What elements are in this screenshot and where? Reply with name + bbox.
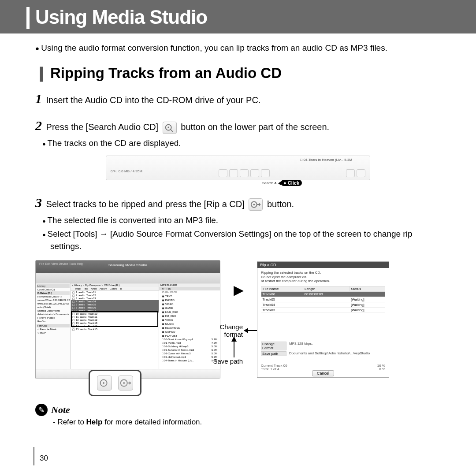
device-file: □ 02-Solsbury Hill.mp35.0M <box>159 345 220 348</box>
mini-button <box>357 169 365 177</box>
step-2: 2 Press the [Search Audio CD] button on … <box>35 115 441 135</box>
svg-point-8 <box>123 382 125 384</box>
device-capacity: 25.9M / 239.5M <box>159 290 220 294</box>
rip-progress-table: File NameLengthStatus Track0600:00:00:03… <box>261 286 385 313</box>
step-number-2: 2 <box>35 118 42 133</box>
dialog-title: Rip a CD <box>257 262 389 268</box>
device-file: □ 03-Sultans Of Swing.mp36.0M <box>159 348 220 352</box>
page-content: Using the audio format conversion functi… <box>0 33 476 427</box>
track-row: ☐11audioTrack11 <box>71 316 159 319</box>
mini-button <box>240 169 249 177</box>
app-sidebar: Library Local Disk (C:)D-Drive (D:)Remov… <box>36 283 71 369</box>
toolbar-screenshot: □ 04-Tears in Heaven (Liv... 5.3M 0/4 | … <box>106 156 370 180</box>
zoom-callout <box>89 370 141 396</box>
chapter-title: Using Media Studio <box>35 6 463 28</box>
svg-point-4 <box>253 204 255 205</box>
app-toolbar <box>36 273 220 283</box>
step-3-pre: Select tracks to be ripped and press the… <box>46 199 245 209</box>
toolbar-file-name: □ 04-Tears in Heaven (Liv... 5.3M <box>300 158 352 162</box>
track-list-pane: • Library > My Computer > CD Drive (E:) … <box>71 283 159 369</box>
track-row: ☐2audioTrack02 <box>71 294 159 297</box>
mini-button <box>219 169 227 177</box>
chapter-header: Using Media Studio <box>0 0 476 33</box>
svg-marker-12 <box>231 336 237 342</box>
sidebar-item: Shared Documents <box>37 309 70 312</box>
search-cd-button-zoom <box>97 376 112 390</box>
toolbar-right-buttons <box>346 169 365 177</box>
mini-button <box>229 169 238 177</box>
device-info: YP-T55 <box>159 287 220 290</box>
app-menubar: File Edit View Device Tools Help <box>39 262 83 265</box>
device-file: □ 05-Don't Know Why.mp35.3M <box>159 338 220 341</box>
step-2-bullet: The tracks on the CD are displayed. <box>50 137 441 149</box>
playlist-item: ○ MOP <box>37 331 70 335</box>
sidebar-playlist-header: PlayList <box>37 324 70 327</box>
rip-row: Track04[Waiting] <box>261 302 385 307</box>
section-pipe-icon: ❙ <box>35 65 48 81</box>
step-2-pre: Press the [Search Audio CD] <box>46 122 159 132</box>
step-number-3: 3 <box>35 195 42 210</box>
dialog-message: Ripping the selected tracks on the CD. D… <box>257 268 389 284</box>
header-accent-bar <box>26 7 30 29</box>
save-path-arrow-icon <box>229 336 239 358</box>
track-row: ☐5audioTrack05 <box>71 303 159 306</box>
device-folder: ▣ VIDEO <box>159 302 220 306</box>
track-row: ☐14audioTrack14 <box>71 325 159 328</box>
rip-row: Track03[Waiting] <box>261 307 385 312</box>
svg-line-2 <box>171 129 173 132</box>
device-folder: ▣ VOICE <box>159 318 220 322</box>
device-file: □ 03-Come with Me.mp35.0M <box>159 352 220 355</box>
track-row: ☐13audioTrack13 <box>71 322 159 325</box>
sidebar-item: onbo(Total) <box>37 305 70 309</box>
step-2-post: button on the lower part of the screen. <box>181 122 329 132</box>
step-1-text: Insert the Audio CD into the CD-ROM driv… <box>46 95 261 105</box>
step-3-bullet-2: Select [Tools] → [Audio Source Format Co… <box>50 228 441 252</box>
cancel-button[interactable]: Cancel <box>312 370 334 376</box>
device-folder: ▣ PHOTO <box>159 298 220 302</box>
mini-button <box>250 169 259 177</box>
svg-marker-10 <box>244 328 248 333</box>
device-folder: ▣ GAME <box>159 306 220 310</box>
sidebar-item: Re-Bin <box>37 320 70 323</box>
track-row: ☐15audioTrack15 <box>71 328 159 331</box>
section-heading: ❙Ripping Tracks from an Audio CD <box>35 64 441 82</box>
change-format-value: MP3.128 kbps. <box>289 342 312 350</box>
section-title-text: Ripping Tracks from an Audio CD <box>50 65 282 81</box>
search-audio-label: Search A <box>262 181 276 185</box>
rip-options: Change Format MP3.128 kbps. Save path Do… <box>261 342 385 357</box>
app-titlebar: File Edit View Device Tools Help Samsung… <box>36 260 220 273</box>
svg-point-6 <box>103 382 104 384</box>
rip-row: Track05[Waiting] <box>261 297 385 302</box>
step-number-1: 1 <box>35 91 42 106</box>
track-row: ☐3audioTrack03 <box>71 297 159 300</box>
step-1: 1 Insert the Audio CD into the CD-ROM dr… <box>35 89 441 108</box>
device-folder: ▣ FM_REC <box>159 314 220 318</box>
track-row: ☐12audioTrack12 <box>71 319 159 322</box>
intro-bullet: Using the audio format conversion functi… <box>41 43 441 53</box>
save-path-button-label: Save path <box>261 351 286 356</box>
toolbar-center-buttons <box>219 169 270 177</box>
step-3-bullet-1: The selected file is converted into an M… <box>50 214 441 227</box>
change-format-button-label: Change Format <box>261 342 286 350</box>
device-file: □ 01-Politik.mp37.3M <box>159 341 220 345</box>
toolbar-left-info: 0/4 | 0.0 MB / 4.95M <box>111 169 142 177</box>
search-audio-cd-icon <box>163 122 177 134</box>
sidebar-library-header: Library <box>37 284 70 288</box>
note-heading: ✎ Note <box>35 404 441 416</box>
flow-arrow-icon: ▶ <box>234 282 244 298</box>
svg-point-1 <box>167 126 169 128</box>
sidebar-item: serverCD on 126.240.29.67 (Y:) <box>37 298 70 302</box>
note-line: - Refer to Help for more detailed inform… <box>53 418 441 427</box>
sidebar-item: Removable Disk (F:) <box>37 295 70 298</box>
sidebar-item: D-Drive (D:) <box>37 291 70 295</box>
sidebar-item: Local Disk (C:) <box>37 288 70 291</box>
device-folder: ▣ LINE_REC <box>159 310 220 314</box>
app-brand: Samsung Media Studio <box>108 263 147 267</box>
change-format-label: Changeformat <box>208 323 243 338</box>
breadcrumb: • Library > My Computer > CD Drive (E:) <box>71 283 159 287</box>
note-label: Note <box>51 404 70 416</box>
device-folder: ▣ TEXT <box>159 294 220 298</box>
save-path-value: Documents and Settings\Administrator\...… <box>289 351 370 356</box>
track-row: ☐1audioTrack01 <box>71 291 159 294</box>
figures-row: File Edit View Device Tools Help Samsung… <box>35 260 441 379</box>
